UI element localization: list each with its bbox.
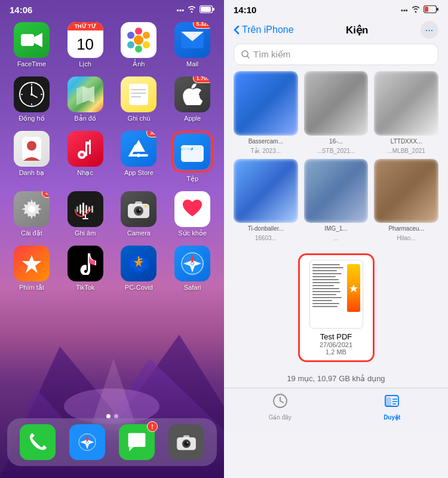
mail-icon: 5.325 — [174, 22, 210, 58]
app-health[interactable]: Sức khỏe — [168, 191, 217, 237]
app-files[interactable]: Tệp — [168, 131, 217, 183]
pdf-highlight-container[interactable]: Test PDF 27/06/2021 1,2 MB — [298, 253, 375, 362]
app-contacts[interactable]: Danh bạ — [7, 131, 56, 183]
right-wifi-icon — [411, 5, 421, 14]
app-shortcuts[interactable]: Phím tắt — [7, 246, 56, 292]
dock-safari-icon — [69, 424, 105, 460]
left-status-bar: 14:06 ▪▪▪ — [0, 0, 224, 17]
health-label: Sức khỏe — [178, 229, 207, 237]
svg-rect-37 — [85, 142, 91, 145]
app-tiktok[interactable]: TikTok — [61, 246, 110, 292]
svg-point-12 — [143, 41, 150, 48]
file-name-6: Pharmaceu... — [388, 225, 424, 232]
app-facetime[interactable]: FaceTime — [7, 22, 56, 68]
svg-marker-8 — [34, 33, 42, 47]
dock-messages[interactable]: ! — [119, 424, 155, 460]
svg-rect-45 — [76, 206, 78, 212]
right-status-icons: ▪▪▪ — [401, 5, 438, 15]
lich-label: Lịch — [79, 60, 91, 68]
app-lich[interactable]: THỨ TƯ 10 Lịch — [61, 22, 110, 68]
file-thumb-5 — [304, 159, 369, 223]
pdf-file-size: 1,2 MB — [326, 348, 346, 356]
right-status-bar: 14:10 ▪▪▪ — [224, 0, 448, 17]
files-grid-row1: Bassercam... Tải. 2023... 16-... ...STB_… — [224, 71, 448, 159]
cal-day-name: THỨ TƯ — [67, 22, 103, 30]
nav-bar: Trên iPhone Kiện ··· — [224, 17, 448, 44]
file-name-3: LTTDXXX... — [391, 138, 422, 145]
apple-icon: 1.709 — [174, 76, 210, 112]
app-music[interactable]: Nhạc — [61, 131, 110, 183]
svg-point-15 — [127, 32, 134, 39]
dock-camera[interactable] — [168, 424, 204, 460]
app-settings[interactable]: 4 Cài đặt — [7, 191, 56, 237]
app-appstore[interactable]: 33 App Store — [115, 131, 164, 183]
file-item-2[interactable]: 16-... ...STB_2021... — [304, 71, 369, 154]
file-info-2: ...STB_2021... — [317, 148, 355, 154]
file-item-3[interactable]: LTTDXXX... ...MLBB_2021 — [374, 71, 438, 154]
ghichu-label: Ghi chú — [127, 115, 150, 122]
svg-point-79 — [186, 442, 188, 444]
browse-tab-icon — [384, 393, 400, 412]
mail-badge: 5.325 — [193, 22, 211, 29]
file-thumb-6 — [374, 159, 438, 223]
svg-point-56 — [139, 209, 141, 211]
bottom-tabs: Gần đây Duyệt — [224, 388, 448, 430]
svg-rect-46 — [79, 204, 81, 214]
pdf-file-name: Test PDF — [320, 332, 352, 341]
svg-point-14 — [127, 41, 134, 48]
contacts-icon — [14, 131, 50, 167]
donghо-label: Đồng hồ — [19, 115, 44, 122]
app-camera[interactable]: Camera — [115, 191, 164, 237]
file-item-6[interactable]: Pharmaceu... Hilao... — [374, 159, 438, 242]
svg-rect-41 — [181, 145, 192, 150]
file-item-1[interactable]: Bassercam... Tải. 2023... — [234, 71, 298, 154]
dock-messages-icon: ! — [119, 424, 155, 460]
file-item-4[interactable]: Ti-donballer... 16603... — [234, 159, 298, 242]
app-bando[interactable]: Bản đồ — [61, 76, 110, 122]
dock-phone[interactable] — [20, 424, 56, 460]
appstore-icon: 33 — [121, 131, 157, 167]
anh-icon — [121, 22, 157, 58]
facetime-icon — [14, 22, 50, 58]
page-dots — [106, 414, 118, 418]
right-battery-icon — [424, 5, 438, 15]
nav-back-label: Trên iPhone — [242, 24, 294, 35]
svg-point-32 — [27, 141, 36, 151]
app-anh[interactable]: Ảnh — [115, 22, 164, 68]
nav-back-button[interactable]: Trên iPhone — [234, 24, 294, 35]
file-info-4: 16603... — [255, 235, 277, 241]
dock: ! — [7, 418, 217, 466]
app-safari[interactable]: Safari — [168, 246, 217, 292]
recent-tab-icon — [272, 393, 288, 412]
file-name-5: IMG_1... — [324, 225, 347, 232]
safari-icon — [174, 246, 210, 281]
dock-camera-icon — [168, 424, 204, 460]
svg-rect-50 — [91, 206, 93, 213]
app-pccovid[interactable]: PC-Covid — [115, 246, 164, 292]
file-thumb-4 — [234, 159, 298, 223]
search-bar[interactable]: Tìm kiếm — [234, 44, 438, 65]
settings-icon: 4 — [14, 191, 50, 227]
nav-more-button[interactable]: ··· — [421, 21, 438, 39]
tab-recent[interactable]: Gần đây — [224, 393, 336, 421]
search-input[interactable]: Tìm kiếm — [253, 49, 290, 60]
app-donghо[interactable]: Đồng hồ — [7, 76, 56, 122]
svg-rect-48 — [85, 205, 87, 213]
appstore-badge: 33 — [146, 131, 157, 137]
svg-rect-43 — [85, 215, 86, 218]
tab-browse[interactable]: Duyệt — [336, 393, 449, 421]
svg-rect-75 — [183, 436, 189, 439]
svg-rect-7 — [21, 34, 34, 46]
left-iphone-panel: 14:06 ▪▪▪ — [0, 0, 224, 478]
app-ghichu[interactable]: Ghi chú — [115, 76, 164, 122]
svg-rect-44 — [82, 218, 88, 219]
wifi-icon — [187, 5, 197, 14]
app-apple[interactable]: 1.709 Apple — [168, 76, 217, 122]
bando-icon — [67, 76, 103, 112]
file-item-5[interactable]: IMG_1... ... — [304, 159, 369, 242]
app-voicememo[interactable]: Ghi âm — [61, 191, 110, 237]
dock-safari[interactable] — [69, 424, 105, 460]
app-mail[interactable]: 5.325 Mail — [168, 22, 217, 68]
file-thumb-3 — [374, 71, 438, 136]
voicememo-label: Ghi âm — [75, 229, 96, 237]
